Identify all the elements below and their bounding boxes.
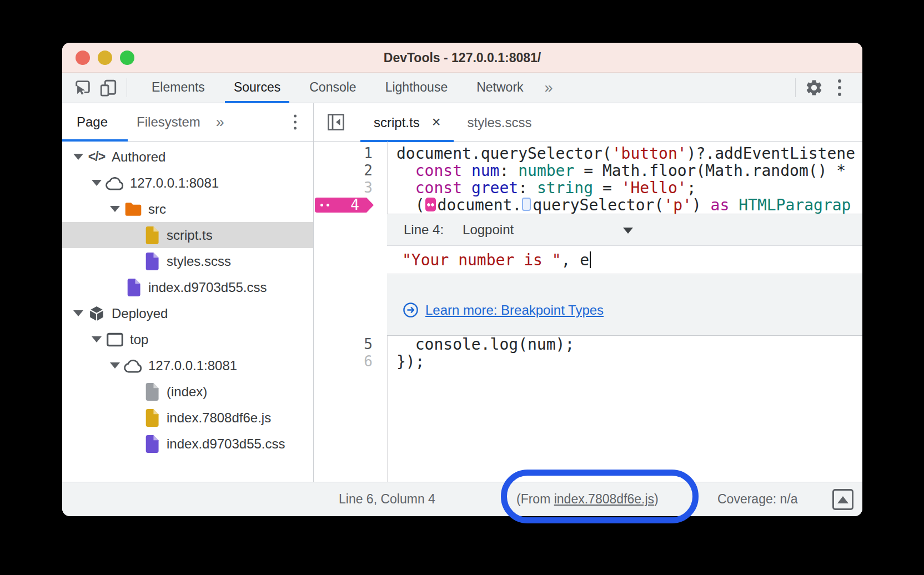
learn-more-link[interactable]: Learn more: Breakpoint Types	[425, 302, 604, 318]
tree-item-127.0.0.1-8081[interactable]: 127.0.0.1:8081	[62, 352, 313, 379]
toolbar-right-divider	[795, 78, 796, 97]
screenshot-stage: DevTools - 127.0.0.1:8081/ ElementsSourc…	[0, 0, 924, 575]
toggle-navigator-icon[interactable]	[326, 112, 346, 132]
source-mapped-from-label: (From index.7808df6e.js)	[516, 482, 659, 516]
line-number[interactable]: 1	[314, 145, 387, 162]
window-title: DevTools - 127.0.0.1:8081/	[62, 43, 862, 73]
tree-item-authored[interactable]: </>Authored	[62, 144, 313, 170]
tree-item-index.7808df6e.js[interactable]: index.7808df6e.js	[62, 405, 313, 431]
editor-tab-label: styles.scss	[467, 115, 531, 130]
inline-logpoint-marker-icon[interactable]	[425, 198, 436, 211]
expand-drawer-icon[interactable]	[832, 489, 853, 510]
tree-item-deployed[interactable]: Deployed	[62, 300, 313, 326]
tree-expand-caret-icon[interactable]	[71, 310, 86, 316]
code-text: (document.querySelector('p') as HTMLPara…	[387, 196, 851, 214]
logpoint-badge-icon[interactable]: 4	[315, 198, 374, 213]
code-line-3: 3 const greet: string = 'Hello';	[314, 179, 862, 196]
more-panels-icon[interactable]: »	[538, 79, 560, 97]
cube-icon	[86, 305, 108, 322]
breakpoint-type-select[interactable]: Logpoint	[463, 222, 514, 238]
more-sidebar-tabs-icon[interactable]: »	[216, 114, 224, 131]
code-text: document.querySelector('button')?.addEve…	[387, 145, 855, 162]
code-line-5: 5 console.log(num);	[314, 336, 862, 353]
logpoint-panel-body: Line 4: Logpoint "Your number is ", e	[387, 214, 862, 336]
file-tree: </>Authored127.0.0.1:8081srcscript.tssty…	[62, 142, 313, 482]
code-text: const greet: string = 'Hello';	[387, 179, 696, 196]
tree-item-styles.scss[interactable]: styles.scss	[62, 248, 313, 274]
logpoint-panel-gutter	[314, 214, 387, 336]
line-number[interactable]: 6	[314, 353, 387, 370]
source-map-file-link[interactable]: index.7808df6e.js	[554, 492, 654, 506]
tree-item-label: src	[148, 201, 166, 217]
tree-item-label: top	[130, 332, 148, 347]
tree-expand-caret-icon[interactable]	[108, 362, 122, 369]
tree-item-127.0.0.1-8081[interactable]: 127.0.0.1:8081	[62, 170, 313, 196]
tree-item-index.d9703d55.css[interactable]: index.d9703d55.css	[62, 431, 313, 457]
tab-sources[interactable]: Sources	[219, 73, 295, 103]
file-css-icon	[140, 435, 163, 453]
tab-elements[interactable]: Elements	[137, 73, 219, 103]
minimize-window-button[interactable]	[98, 51, 112, 65]
tree-item-label: index.7808df6e.js	[167, 410, 271, 426]
devtools-window: DevTools - 127.0.0.1:8081/ ElementsSourc…	[62, 43, 862, 516]
sidebar-kebab-menu-icon[interactable]	[294, 115, 297, 130]
logpoint-expression-input[interactable]: "Your number is ", e	[387, 245, 862, 274]
active-tab-underline	[62, 139, 128, 142]
content-area: Page Filesystem » </>Authored127.0.0.1:8…	[62, 103, 862, 482]
line-number[interactable]: 3	[314, 179, 387, 196]
cursor-position-label: Line 6, Column 4	[339, 482, 435, 516]
logpoint-line-label: Line 4:	[404, 222, 444, 238]
code-line-1: 1document.querySelector('button')?.addEv…	[314, 145, 862, 162]
file-ts-icon	[140, 226, 163, 244]
line-number[interactable]: 2	[314, 162, 387, 179]
code-icon: </>	[86, 149, 108, 164]
tree-expand-caret-icon[interactable]	[108, 206, 122, 212]
cloud-icon	[122, 358, 144, 374]
file-generic-icon	[140, 383, 163, 401]
titlebar: DevTools - 127.0.0.1:8081/	[62, 43, 862, 73]
editor-tabs: script.ts×styles.scss	[360, 103, 545, 141]
line-number[interactable]: 4	[314, 196, 387, 214]
tab-console[interactable]: Console	[295, 73, 370, 103]
logpoint-editor-panel: Line 4: Logpoint "Your number is ", e	[314, 214, 862, 336]
tree-expand-caret-icon[interactable]	[71, 154, 86, 160]
close-tab-icon[interactable]: ×	[432, 114, 441, 131]
inline-breakpoint-candidate-icon[interactable]	[522, 198, 531, 211]
tree-item-label: styles.scss	[167, 254, 231, 269]
zoom-window-button[interactable]	[120, 51, 134, 65]
settings-gear-icon[interactable]	[801, 75, 827, 100]
coverage-label: Coverage: n/a	[717, 482, 797, 516]
tab-lighthouse[interactable]: Lighthouse	[371, 73, 463, 103]
status-bar: Line 6, Column 4 (From index.7808df6e.js…	[62, 482, 862, 516]
tree-expand-caret-icon[interactable]	[89, 180, 104, 186]
tree-item-label: index.d9703d55.css	[148, 280, 267, 295]
code-lines-top: 1document.querySelector('button')?.addEv…	[314, 145, 862, 214]
device-toolbar-icon[interactable]	[96, 75, 121, 100]
editor-tab-script.ts[interactable]: script.ts×	[360, 103, 454, 142]
sources-sidebar: Page Filesystem » </>Authored127.0.0.1:8…	[62, 103, 314, 482]
editor-tab-styles.scss[interactable]: styles.scss	[454, 103, 545, 142]
code-editor[interactable]: 1document.querySelector('button')?.addEv…	[314, 142, 862, 482]
tree-item-index.d9703d55.css[interactable]: index.d9703d55.css	[62, 274, 313, 300]
tree-item-src[interactable]: src	[62, 196, 313, 222]
tree-item-label: index.d9703d55.css	[167, 436, 285, 452]
editor-pane: script.ts×styles.scss 1document.querySel…	[314, 103, 862, 482]
kebab-menu-icon[interactable]	[827, 75, 852, 100]
main-toolbar: ElementsSourcesConsoleLighthouseNetwork …	[62, 73, 862, 103]
tree-item-top[interactable]: top	[62, 326, 313, 352]
cloud-icon	[104, 175, 126, 191]
learn-more-row: Learn more: Breakpoint Types	[387, 302, 862, 318]
close-window-button[interactable]	[76, 51, 90, 65]
editor-tabbar: script.ts×styles.scss	[314, 103, 862, 142]
tab-filesystem[interactable]: Filesystem	[137, 114, 200, 130]
breakpoint-type-dropdown-icon[interactable]	[623, 228, 633, 234]
inspect-element-icon[interactable]	[70, 75, 96, 100]
circle-arrow-icon	[403, 302, 419, 318]
line-number[interactable]: 5	[314, 336, 387, 353]
tree-item-label: Authored	[112, 149, 165, 165]
tab-network[interactable]: Network	[462, 73, 538, 103]
tree-item-script.ts[interactable]: script.ts	[62, 222, 313, 248]
tree-expand-caret-icon[interactable]	[89, 336, 104, 342]
tab-page[interactable]: Page	[77, 114, 108, 130]
tree-item--index-[interactable]: (index)	[62, 379, 313, 405]
